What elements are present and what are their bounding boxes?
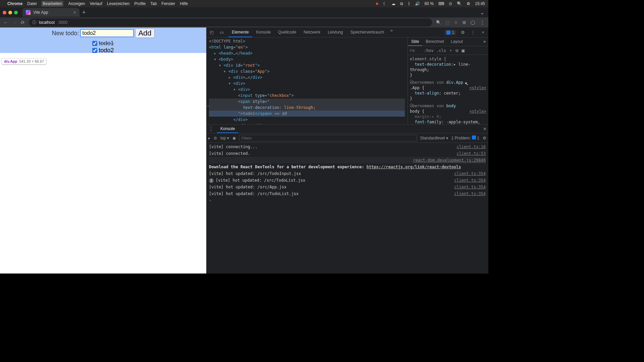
dom-line[interactable]: ▾ <div id="root"> [209, 62, 405, 68]
profile-avatar-icon[interactable]: ◯ [471, 20, 475, 25]
dom-tree[interactable]: <!DOCTYPE html> <html lang="en"> ▸ <head… [206, 38, 408, 124]
extensions-icon[interactable]: ⊞ [463, 20, 466, 25]
nav-reload-button[interactable]: ⟳ [21, 20, 25, 25]
styles-tabs-overflow-icon[interactable]: » [481, 38, 488, 46]
battery-label[interactable]: 80 % [425, 1, 434, 6]
install-app-icon[interactable]: ⬚ [446, 20, 449, 25]
menu-bearbeiten[interactable]: Bearbeiten [41, 1, 63, 7]
dom-line[interactable]: ▸ <div>…</div> [209, 74, 405, 80]
spotlight-icon[interactable]: 🔍 [457, 1, 462, 6]
nav-forward-button: → [12, 20, 17, 25]
dom-line[interactable]: ▾ <div class="App"> [209, 68, 405, 74]
cls-toggle[interactable]: .cls [436, 48, 446, 53]
dom-line-selected[interactable]: ">todo1</span> == $0 [209, 111, 405, 117]
zoom-icon[interactable]: 🔍 [436, 20, 441, 25]
clear-console-icon[interactable]: ⊘ [214, 136, 217, 140]
dom-line[interactable]: <span style=" [209, 99, 405, 105]
menu-fenster[interactable]: Fenster [162, 1, 175, 6]
screen-mirror-icon[interactable]: ⧉ [400, 1, 403, 6]
tab-overflow-icon[interactable]: ⌄ [480, 9, 484, 16]
menubar-clock[interactable]: 15:45 [475, 1, 485, 6]
drawer-menu-icon[interactable]: ⋮ [208, 126, 214, 132]
add-button[interactable]: Add [135, 28, 154, 38]
computed-styles-icon[interactable]: ⧉ [455, 48, 459, 53]
new-style-rule-icon[interactable]: ＋ [449, 48, 453, 53]
browser-toolbar: ← → ⟳ ⓘ localhost:3000 🔍 ⬚ ☆ ⊞ ◯ ⋮ [0, 17, 488, 27]
window-close-icon[interactable] [3, 11, 6, 14]
nav-back-button[interactable]: ← [3, 20, 8, 25]
menu-hilfe[interactable]: Hilfe [180, 1, 188, 6]
dom-line[interactable]: ▸ <head>…</head> [209, 50, 405, 56]
dom-line[interactable]: ▾ <body> [209, 56, 405, 62]
dom-line[interactable]: ▾ <div> [209, 86, 405, 93]
menu-anzeigen[interactable]: Anzeigen [68, 1, 85, 6]
console-filter-input[interactable] [239, 135, 417, 141]
chrome-menu-button[interactable]: ⋮ [480, 19, 485, 26]
todo-checkbox[interactable] [92, 48, 97, 53]
browser-tab[interactable]: Vite App × [22, 8, 79, 17]
devtools-menu-icon[interactable]: ⋮ [470, 30, 476, 35]
style-rules[interactable]: element.style { text-decoration:▸ line-t… [408, 55, 488, 124]
styles-tab-layout[interactable]: Layout [447, 38, 466, 46]
window-minimize-icon[interactable] [8, 11, 12, 14]
devtools-tab-network[interactable]: Netzwerk [300, 28, 324, 37]
menu-verlauf[interactable]: Verlauf [90, 1, 102, 6]
devtools-settings-icon[interactable]: ⚙ [460, 30, 466, 35]
drawer-tab-konsole[interactable]: Konsole [217, 125, 238, 133]
dom-line[interactable]: </div> [209, 117, 405, 123]
new-tab-button[interactable]: + [82, 9, 86, 16]
console-sidebar-icon[interactable]: ▸ [208, 136, 210, 140]
console-problems[interactable]: 1 Problem: 1 [451, 135, 479, 140]
console-context[interactable]: top ▾ [220, 136, 229, 140]
devtools-tab-elements[interactable]: Elemente [228, 28, 252, 37]
site-info-icon[interactable]: ⓘ [32, 20, 36, 25]
inspect-element-icon[interactable]: ◰ [208, 30, 215, 35]
wifi-icon[interactable]: ⊙ [449, 1, 452, 6]
cloud-icon[interactable]: ☁ [391, 1, 395, 6]
issues-indicator[interactable]: 1 [444, 30, 456, 35]
live-expression-icon[interactable]: ◉ [232, 136, 236, 140]
volume-icon[interactable]: 🔊 [415, 1, 420, 6]
devtools-tab-performance[interactable]: Leistung [324, 28, 346, 37]
dom-gutter-ellipsis-icon[interactable]: ⋯ [207, 103, 209, 109]
keyboard-layout-icon[interactable]: ⌨ [438, 1, 444, 6]
styles-tab-stile[interactable]: Stile [408, 38, 422, 46]
menubar-app-name[interactable]: Chrome [7, 1, 22, 6]
drawer-close-icon[interactable]: × [483, 126, 486, 132]
recording-indicator-icon[interactable]: ■ [376, 1, 378, 6]
menu-profile[interactable]: Profile [134, 1, 146, 6]
menu-tab[interactable]: Tab [150, 1, 157, 6]
toggle-sidebar-icon[interactable]: ▣ [461, 48, 465, 53]
hov-toggle[interactable]: :hov [424, 48, 434, 53]
devtools-tabs-overflow-icon[interactable]: » [388, 28, 395, 37]
menu-lesezeichen[interactable]: Lesezeichen [107, 1, 129, 6]
devtools-panel: ◰ ▭ Elemente Konsole Quellcode Netzwerk … [206, 27, 488, 274]
dom-line[interactable]: ▸ <div>…</div> [209, 123, 405, 124]
console-output[interactable]: [vite] connecting...client.ts:16 [vite] … [206, 143, 488, 274]
todo-checkbox[interactable] [92, 41, 97, 46]
dnd-moon-icon[interactable]: ☾ [383, 1, 387, 6]
dom-line[interactable]: ▾ <div> [209, 80, 405, 86]
console-settings-icon[interactable]: ⚙ [483, 136, 486, 140]
dom-line[interactable]: <!DOCTYPE html> [209, 38, 405, 44]
window-zoom-icon[interactable] [14, 11, 18, 14]
console-level-select[interactable]: Standardlevel ▾ [420, 136, 448, 140]
control-center-icon[interactable]: ⚙ [467, 1, 470, 6]
address-bar[interactable]: ⓘ localhost:3000 [29, 18, 432, 26]
devtools-tab-sources[interactable]: Quellcode [275, 28, 300, 37]
styles-tab-berechnet[interactable]: Berechnet [422, 38, 447, 46]
dom-line[interactable]: <html lang="en"> [209, 44, 405, 50]
menu-datei[interactable]: Datei [27, 1, 37, 6]
bookmark-star-icon[interactable]: ☆ [454, 20, 458, 25]
console-prompt-icon[interactable]: › [209, 197, 211, 204]
styles-filter-input[interactable] [410, 49, 421, 53]
devtools-close-icon[interactable]: × [480, 30, 486, 35]
device-toolbar-icon[interactable]: ▭ [218, 30, 225, 35]
dom-line[interactable]: text-decoration: line-through; [209, 105, 405, 111]
tab-close-icon[interactable]: × [73, 10, 76, 15]
new-todo-input[interactable] [80, 29, 134, 37]
devtools-tab-memory[interactable]: Speicherverbrauch [347, 28, 388, 37]
bluetooth-icon[interactable]: ᛒ [408, 1, 410, 6]
dom-line[interactable]: <input type="checkbox"> [209, 93, 405, 99]
devtools-tab-console[interactable]: Konsole [253, 28, 274, 37]
